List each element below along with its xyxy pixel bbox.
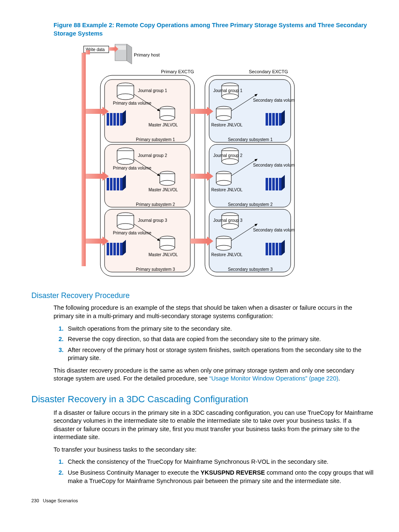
svg-rect-84 — [269, 178, 271, 190]
link-usage-monitor[interactable]: “Usage Monitor Window Operations” (page … — [209, 375, 338, 382]
svg-text:Journal group 3: Journal group 3 — [213, 218, 243, 223]
svg-rect-29 — [117, 113, 119, 126]
svg-text:Master JNLVOL: Master JNLVOL — [148, 188, 178, 192]
svg-text:Journal group 1: Journal group 1 — [213, 88, 243, 93]
svg-rect-4 — [109, 47, 115, 51]
svg-rect-46 — [276, 113, 278, 126]
svg-point-80 — [216, 180, 231, 185]
svg-rect-68 — [113, 178, 116, 190]
svg-rect-30 — [120, 113, 123, 126]
svg-rect-106 — [107, 243, 109, 255]
svg-text:Journal group 3: Journal group 3 — [138, 218, 167, 223]
svg-rect-87 — [279, 178, 281, 190]
label-secondary-exctg: Secondary EXCTG — [249, 69, 288, 74]
label-primary-host: Primary host — [134, 52, 160, 57]
svg-rect-47 — [279, 113, 281, 126]
svg-rect-14 — [190, 109, 207, 114]
svg-rect-54 — [190, 174, 207, 179]
svg-rect-124 — [269, 243, 271, 255]
svg-rect-67 — [110, 178, 113, 190]
svg-rect-28 — [113, 113, 116, 126]
primary-host-icon — [115, 44, 132, 64]
svg-text:Primary subsystem 1: Primary subsystem 1 — [136, 137, 175, 142]
page-footer: 230 Usage Scenarios — [31, 498, 374, 504]
svg-rect-85 — [272, 178, 275, 190]
svg-text:Restore JNLVOL: Restore JNLVOL — [211, 188, 243, 192]
heading-drp: Disaster Recovery Procedure — [31, 290, 374, 301]
svg-rect-125 — [272, 243, 275, 255]
svg-rect-52 — [86, 174, 102, 179]
svg-text:Primary data volume: Primary data volume — [113, 166, 151, 170]
svg-rect-12 — [86, 109, 102, 114]
svg-text:Secondary data volume: Secondary data volume — [253, 163, 295, 167]
svg-rect-27 — [110, 113, 113, 126]
svg-rect-108 — [113, 243, 116, 255]
svg-text:Journal group 1: Journal group 1 — [138, 88, 167, 93]
svg-rect-107 — [110, 243, 113, 255]
dr3dc-steps: Check the consistency of the TrueCopy fo… — [54, 458, 374, 485]
svg-rect-45 — [272, 113, 275, 126]
svg-rect-43 — [266, 113, 268, 126]
label-primary-exctg: Primary EXCTG — [161, 69, 194, 74]
svg-rect-126 — [276, 243, 278, 255]
svg-text:Primary subsystem 3: Primary subsystem 3 — [136, 267, 175, 272]
dr3dc-step-2: Use Business Continuity Manager to execu… — [65, 469, 374, 485]
svg-text:Secondary subsystem 3: Secondary subsystem 3 — [228, 267, 273, 272]
svg-rect-94 — [190, 239, 207, 244]
svg-rect-109 — [117, 243, 119, 255]
svg-rect-110 — [120, 243, 123, 255]
svg-rect-9 — [86, 50, 90, 54]
figure-diagram: Write data Primary host Primary EXCTG Se… — [61, 44, 374, 281]
svg-rect-8 — [82, 53, 86, 266]
svg-rect-92 — [86, 239, 102, 244]
drp-step-3: After recovery of the primary host or st… — [65, 346, 374, 362]
figure-title: Figure 88 Example 2: Remote Copy Operati… — [54, 21, 374, 38]
drp-step-1: Switch operations from the primary site … — [65, 325, 374, 333]
svg-point-98 — [117, 224, 134, 229]
dr3dc-p2: To transfer your business tasks to the s… — [54, 446, 374, 454]
svg-text:Primary data volume: Primary data volume — [113, 101, 151, 105]
svg-rect-26 — [107, 113, 109, 126]
svg-text:Journal group 2: Journal group 2 — [213, 153, 243, 158]
svg-point-75 — [222, 159, 238, 164]
drp-outro: This disaster recovery procedure is the … — [54, 367, 374, 383]
svg-point-18 — [117, 94, 134, 100]
svg-text:Secondary subsystem 2: Secondary subsystem 2 — [228, 202, 273, 207]
svg-rect-86 — [276, 178, 278, 190]
svg-rect-69 — [117, 178, 119, 190]
svg-point-103 — [160, 245, 175, 250]
svg-point-115 — [222, 224, 238, 229]
svg-rect-83 — [266, 178, 268, 190]
svg-text:Secondary data volume: Secondary data volume — [253, 98, 295, 103]
svg-point-40 — [216, 116, 231, 121]
drp-step-2: Reverse the copy direction, so that data… — [65, 335, 374, 344]
heading-dr3dc: Disaster Recovery in a 3DC Cascading Con… — [31, 393, 374, 406]
svg-marker-2 — [127, 44, 132, 64]
svg-rect-127 — [279, 243, 281, 255]
svg-text:Master JNLVOL: Master JNLVOL — [148, 123, 178, 127]
svg-point-58 — [117, 159, 134, 164]
svg-point-23 — [160, 116, 175, 121]
svg-rect-66 — [107, 178, 109, 190]
svg-text:Restore JNLVOL: Restore JNLVOL — [211, 252, 243, 257]
drp-steps: Switch operations from the primary site … — [54, 325, 374, 362]
svg-point-63 — [160, 180, 175, 185]
svg-text:Journal group 2: Journal group 2 — [138, 153, 167, 158]
svg-text:Secondary data volume: Secondary data volume — [253, 228, 295, 232]
dr3dc-p1: If a disaster or failure occurs in the p… — [54, 409, 374, 442]
svg-text:Secondary subsystem 1: Secondary subsystem 1 — [228, 137, 273, 142]
svg-text:Primary subsystem 2: Primary subsystem 2 — [136, 202, 175, 207]
drp-intro: The following procedure is an example of… — [54, 304, 374, 320]
svg-text:Restore JNLVOL: Restore JNLVOL — [211, 123, 243, 127]
dr3dc-step-1: Check the consistency of the TrueCopy fo… — [65, 458, 374, 466]
svg-rect-123 — [266, 243, 268, 255]
svg-point-120 — [216, 245, 231, 250]
svg-text:Primary data volume: Primary data volume — [113, 231, 151, 235]
svg-rect-44 — [269, 113, 271, 126]
svg-rect-70 — [120, 178, 123, 190]
svg-point-35 — [222, 94, 238, 100]
svg-text:Master JNLVOL: Master JNLVOL — [148, 252, 178, 257]
